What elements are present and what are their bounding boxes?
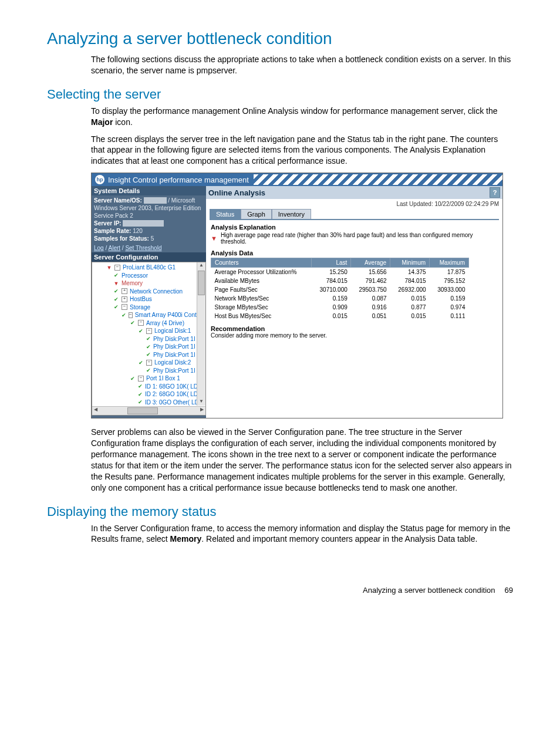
cell-minimum: 784.015 bbox=[390, 276, 430, 285]
scroll-left-icon[interactable]: ◀ bbox=[92, 407, 99, 415]
tree-node[interactable]: Array (4 Drive) bbox=[146, 319, 184, 328]
collapse-icon[interactable]: − bbox=[146, 328, 152, 334]
tree-node[interactable]: Logical Disk:1 bbox=[154, 327, 191, 335]
scrollbar-thumb[interactable] bbox=[198, 271, 205, 295]
set-threshold-link[interactable]: Set Threshold bbox=[125, 245, 161, 251]
tree-node[interactable]: ID 1: 68GO 10K( LD1 ) bbox=[145, 383, 205, 391]
cell-maximum: 795.152 bbox=[430, 276, 469, 285]
collapse-icon[interactable]: − bbox=[138, 376, 144, 382]
collapse-icon[interactable]: − bbox=[114, 265, 120, 271]
label: Sample Rate: bbox=[94, 228, 131, 234]
scroll-right-icon[interactable]: ▶ bbox=[198, 407, 205, 415]
tree-node-memory[interactable]: Memory bbox=[122, 279, 143, 288]
cell-counter: Page Faults/Sec bbox=[211, 285, 312, 294]
tree-node[interactable]: Smart Array P400i Controller bbox=[135, 311, 206, 319]
cell-counter: Storage MBytes/Sec bbox=[211, 303, 312, 312]
tab-status[interactable]: Status bbox=[210, 209, 241, 219]
table-row: Network MBytes/Sec0.1590.0870.0150.159 bbox=[211, 294, 469, 303]
intro-text: The following sections discuss the appro… bbox=[91, 54, 513, 76]
tree-node[interactable]: ProLiant BL480c G1 bbox=[123, 264, 176, 272]
table-row: Available MBytes784.015791.462784.015795… bbox=[211, 276, 469, 285]
status-ok-icon: ✔ bbox=[138, 399, 143, 405]
page-title: Analyzing a server bottleneck condition bbox=[47, 29, 513, 48]
cell-minimum: 0.015 bbox=[390, 294, 430, 303]
status-ok-icon: ✔ bbox=[138, 360, 144, 366]
tree-node[interactable]: ID 2: 68GO 10K( LD1 ) bbox=[145, 390, 205, 399]
horizontal-scrollbar[interactable]: ◀ ▶ bbox=[92, 406, 205, 415]
status-ok-icon: ✔ bbox=[138, 328, 144, 334]
alert-link[interactable]: Alert bbox=[108, 245, 120, 251]
tab-graph[interactable]: Graph bbox=[241, 209, 272, 219]
text: . Related and important memory counters … bbox=[201, 534, 477, 544]
cell-maximum: 17.875 bbox=[430, 268, 469, 277]
cell-last: 30710.000 bbox=[312, 285, 351, 294]
cell-maximum: 0.159 bbox=[430, 294, 469, 303]
status-ok-icon: ✔ bbox=[122, 312, 126, 318]
label: Server Name/OS: bbox=[94, 197, 142, 204]
cell-average: 15.656 bbox=[351, 268, 390, 277]
col-average: Average bbox=[351, 258, 390, 268]
collapse-icon[interactable]: − bbox=[146, 360, 152, 366]
last-updated: Last Updated: 10/22/2009 02:24:29 PM bbox=[206, 199, 502, 209]
status-ok-icon: ✔ bbox=[146, 344, 151, 350]
online-analysis-title: Online Analysis bbox=[208, 188, 265, 197]
window-title: Insight Control performance management bbox=[108, 175, 249, 184]
status-ok-icon: ✔ bbox=[113, 304, 119, 310]
label: Server IP: bbox=[94, 220, 122, 227]
cell-counter: Available MBytes bbox=[211, 276, 312, 285]
table-row: Average Processor Utilization%15.25015.6… bbox=[211, 268, 469, 277]
text-bold: Memory bbox=[170, 534, 202, 544]
status-ok-icon: ✔ bbox=[130, 320, 136, 326]
collapse-icon[interactable]: − bbox=[129, 312, 133, 318]
tab-underline bbox=[210, 219, 499, 220]
hp-logo-icon: hp bbox=[95, 175, 104, 184]
footer-text: Analyzing a server bottleneck condition bbox=[363, 586, 495, 595]
section-selecting-server: Selecting the server bbox=[47, 87, 513, 102]
cell-last: 0.159 bbox=[312, 294, 351, 303]
status-critical-icon: ▼ bbox=[113, 281, 119, 286]
scrollbar-thumb[interactable] bbox=[127, 407, 158, 414]
status-ok-icon: ✔ bbox=[146, 367, 151, 373]
status-ok-icon: ✔ bbox=[146, 336, 151, 342]
paragraph: To display the performance management On… bbox=[91, 106, 513, 128]
log-link[interactable]: Log bbox=[94, 245, 104, 251]
collapse-icon[interactable]: + bbox=[122, 288, 127, 294]
tree-node[interactable]: Port 1I Box 1 bbox=[146, 374, 180, 383]
text: To display the performance management On… bbox=[91, 106, 498, 116]
text: icon. bbox=[113, 117, 132, 127]
status-ok-icon: ✔ bbox=[113, 272, 119, 278]
tree-node[interactable]: HostBus bbox=[130, 295, 152, 303]
recommendation-label: Recommendation bbox=[211, 325, 265, 332]
status-critical-icon: ▼ bbox=[106, 265, 112, 271]
tree-node[interactable]: Processor bbox=[122, 272, 148, 280]
redacted: xx xxx xxx bbox=[123, 220, 164, 227]
paragraph: In the Server Configuration frame, to ac… bbox=[91, 523, 513, 545]
tree-node[interactable]: Logical Disk:2 bbox=[154, 359, 191, 367]
table-row: Storage MBytes/Sec0.9090.9160.8770.974 bbox=[211, 303, 469, 312]
scroll-down-icon[interactable]: ▼ bbox=[197, 399, 205, 406]
col-last: Last bbox=[312, 258, 351, 268]
screenshot-insight-control: hp Insight Control performance managemen… bbox=[91, 173, 503, 418]
collapse-icon[interactable]: − bbox=[122, 304, 127, 310]
results-pane: Online Analysis ? Last Updated: 10/22/20… bbox=[206, 186, 502, 418]
status-ok-icon: ✔ bbox=[113, 296, 119, 302]
collapse-icon[interactable]: − bbox=[138, 320, 144, 326]
tree-node[interactable]: Storage bbox=[130, 303, 150, 312]
analysis-explanation-label: Analysis Explanation bbox=[211, 224, 498, 231]
cell-maximum: 0.974 bbox=[430, 303, 469, 312]
table-row: Page Faults/Sec30710.00029503.75026932.0… bbox=[211, 285, 469, 294]
value: 120 bbox=[133, 228, 143, 234]
label: Samples for Status: bbox=[94, 235, 149, 242]
server-configuration-tree[interactable]: ▼−ProLiant BL480c G1 ✔Processor ▼Memory … bbox=[92, 262, 206, 416]
tab-inventory[interactable]: Inventory bbox=[272, 209, 311, 219]
scroll-up-icon[interactable]: ▲ bbox=[197, 262, 205, 269]
tree-node[interactable]: Network Connection bbox=[130, 288, 183, 296]
status-ok-icon: ✔ bbox=[146, 352, 151, 357]
col-minimum: Minimum bbox=[390, 258, 430, 268]
help-button[interactable]: ? bbox=[490, 187, 500, 198]
status-critical-icon: ▼ bbox=[211, 235, 217, 242]
page-number: 69 bbox=[505, 586, 513, 595]
status-ok-icon: ✔ bbox=[113, 288, 119, 294]
vertical-scrollbar[interactable]: ▲ ▼ bbox=[197, 262, 205, 406]
collapse-icon[interactable]: + bbox=[122, 296, 127, 302]
